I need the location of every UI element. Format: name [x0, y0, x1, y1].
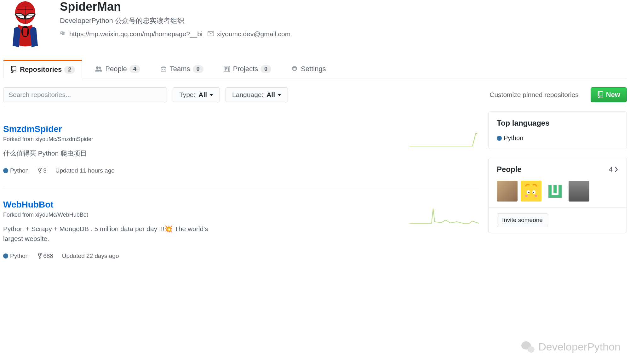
svg-rect-26 — [553, 185, 557, 193]
gear-icon — [291, 66, 298, 72]
teams-count: 0 — [193, 65, 203, 73]
repo-name-link[interactable]: WebHubBot — [3, 200, 54, 209]
link-icon — [60, 30, 66, 38]
people-count: 4 — [129, 65, 140, 73]
svg-rect-10 — [226, 67, 227, 69]
tab-label: Teams — [170, 65, 190, 73]
member-avatar[interactable] — [545, 181, 565, 202]
language-filter[interactable]: Language: All — [226, 87, 288, 102]
language-item[interactable]: Python — [497, 134, 618, 142]
repo-description: Python + Scrapy + MongoDB . 5 million da… — [3, 224, 217, 244]
svg-point-12 — [38, 168, 39, 169]
svg-point-4 — [99, 66, 101, 69]
people-box-link[interactable]: 4 — [609, 165, 618, 173]
chevron-down-icon — [278, 94, 281, 96]
svg-rect-9 — [225, 67, 226, 71]
svg-rect-28 — [548, 195, 562, 198]
svg-point-7 — [164, 69, 165, 70]
svg-point-15 — [38, 253, 39, 255]
repo-icon — [10, 66, 17, 73]
svg-point-24 — [535, 195, 537, 197]
tab-label: Projects — [233, 65, 258, 73]
tab-label: Repositories — [20, 65, 62, 74]
repo-item: SmzdmSpider Forked from xiyouMc/SmzdmSpi… — [3, 111, 479, 187]
top-languages-box: Top languages Python — [488, 111, 627, 149]
tab-people[interactable]: People 4 — [88, 60, 147, 78]
svg-point-23 — [525, 195, 528, 197]
svg-point-17 — [39, 257, 40, 259]
lang-dot — [3, 253, 8, 259]
box-title: People — [497, 165, 522, 174]
org-name: SpiderMan — [60, 0, 290, 14]
new-button[interactable]: New — [591, 87, 627, 102]
tab-repositories[interactable]: Repositories 2 — [3, 60, 82, 78]
box-title: Top languages — [489, 112, 627, 134]
repo-updated: Updated 22 days ago — [62, 253, 119, 259]
people-icon — [95, 66, 102, 72]
customize-pinned-link[interactable]: Customize pinned repositories — [490, 91, 578, 99]
member-avatar[interactable] — [521, 181, 541, 202]
repo-item: WebHubBot Forked from xiyouMc/WebHubBot … — [3, 187, 479, 272]
repo-description: 什么值得买 Python 爬虫项目 — [3, 148, 217, 158]
mail-icon — [208, 30, 214, 38]
fork-icon — [37, 168, 42, 173]
repo-forks[interactable]: 688 — [37, 253, 53, 259]
tab-projects[interactable]: Projects 0 — [216, 60, 279, 78]
repo-language: Python — [3, 253, 29, 259]
search-input[interactable] — [3, 87, 167, 102]
tab-teams[interactable]: Teams 0 — [153, 60, 211, 78]
forked-from: Forked from xiyouMc/SmzdmSpider — [3, 136, 479, 143]
svg-point-3 — [96, 66, 99, 69]
member-avatar[interactable] — [497, 181, 518, 202]
projects-icon — [224, 66, 230, 72]
org-avatar[interactable] — [3, 0, 47, 50]
repo-updated: Updated 11 hours ago — [55, 167, 115, 174]
teams-icon — [160, 66, 167, 72]
fork-icon — [37, 253, 42, 259]
repo-count: 2 — [64, 66, 75, 74]
repo-name-link[interactable]: SmzdmSpider — [3, 124, 62, 134]
invite-someone-button[interactable]: Invite someone — [497, 213, 548, 227]
chevron-down-icon — [209, 94, 213, 96]
tab-bar: Repositories 2 People 4 Teams 0 Projects… — [3, 60, 627, 78]
repo-icon — [597, 91, 604, 98]
tab-settings[interactable]: Settings — [284, 60, 333, 78]
org-description: DeveloperPython 公众号的忠实读者组织 — [60, 16, 290, 26]
svg-rect-5 — [161, 67, 166, 71]
svg-point-22 — [533, 192, 534, 193]
svg-rect-11 — [228, 67, 229, 71]
lang-dot — [3, 168, 8, 173]
svg-point-13 — [40, 168, 42, 169]
repo-language: Python — [3, 167, 29, 174]
type-filter[interactable]: Type: All — [173, 87, 220, 102]
svg-point-18 — [524, 186, 539, 200]
lang-dot — [497, 136, 502, 141]
org-email[interactable]: xiyoumc.dev@gmail.com — [217, 30, 291, 38]
svg-point-21 — [528, 192, 530, 193]
svg-point-14 — [39, 172, 40, 173]
tab-label: Settings — [301, 65, 326, 73]
activity-sparkline — [410, 206, 479, 225]
chevron-right-icon — [615, 167, 618, 172]
org-url[interactable]: https://mp.weixin.qq.com/mp/homepage?__b… — [69, 30, 203, 38]
repo-forks[interactable]: 3 — [37, 167, 47, 174]
activity-sparkline — [410, 130, 479, 149]
forked-from: Forked from xiyouMc/WebHubBot — [3, 212, 479, 218]
tab-label: People — [105, 65, 127, 73]
svg-point-6 — [162, 69, 163, 70]
people-box: People 4 Invite — [488, 158, 627, 233]
member-avatar[interactable] — [569, 181, 589, 202]
svg-point-16 — [40, 253, 42, 255]
projects-count: 0 — [261, 65, 271, 73]
